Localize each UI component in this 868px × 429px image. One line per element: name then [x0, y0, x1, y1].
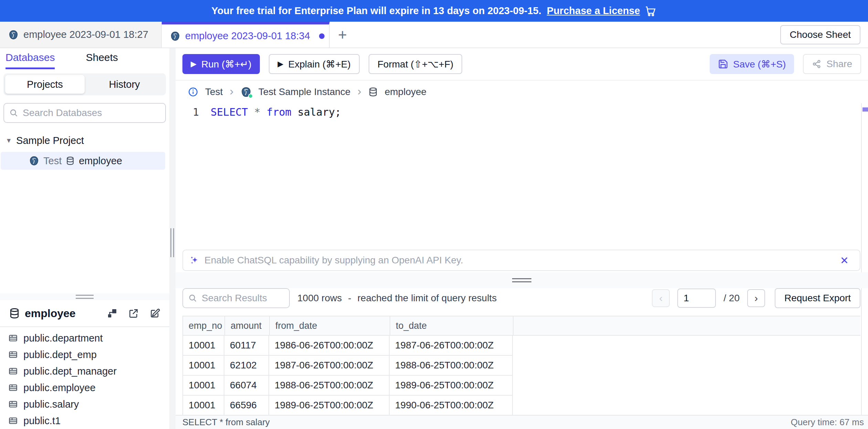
- instance-status: [241, 86, 252, 97]
- close-icon[interactable]: ✕: [835, 254, 854, 266]
- sheet-tab-2-active[interactable]: employee 2023-09-01 18:34: [162, 22, 330, 48]
- results-toolbar: 1000 rows - reached the limit of query r…: [182, 288, 860, 308]
- explain-button-label: Explain (⌘+E): [288, 59, 350, 70]
- meta-separator: -: [348, 293, 351, 304]
- chevron-right-icon: ›: [357, 85, 361, 99]
- breadcrumb-environment[interactable]: Test: [205, 86, 223, 97]
- page-number-input[interactable]: [677, 289, 716, 308]
- share-button[interactable]: Share: [803, 54, 861, 74]
- table-cell[interactable]: 1989-06-25T00:00:00Z: [269, 396, 390, 416]
- explain-button[interactable]: ▶ Explain (⌘+E): [269, 54, 360, 74]
- sidebar-nav-tabs: Databases Sheets: [0, 48, 169, 69]
- table-icon: [8, 416, 18, 426]
- table-cell[interactable]: 1988-06-25T00:00:00Z: [269, 376, 390, 396]
- table-icon: [8, 366, 18, 376]
- table-cell[interactable]: 10001: [182, 356, 224, 376]
- previous-page-button[interactable]: ‹: [652, 289, 670, 307]
- table-row[interactable]: 10001 62102 1987-06-26T00:00:00Z 1988-06…: [182, 356, 860, 376]
- table-cell[interactable]: 66074: [224, 376, 269, 396]
- limit-note: reached the limit of query results: [358, 293, 497, 304]
- table-cell[interactable]: 10001: [182, 396, 224, 416]
- segment-projects[interactable]: Projects: [5, 75, 85, 94]
- table-row[interactable]: 10001 66596 1989-06-25T00:00:00Z 1990-06…: [182, 396, 860, 416]
- column-header[interactable]: emp_no: [183, 316, 225, 335]
- request-export-button[interactable]: Request Export: [775, 288, 860, 308]
- sheet-tab-1[interactable]: employee 2023-09-01 18:27: [0, 22, 162, 48]
- projects-history-switch: Projects History: [3, 73, 166, 95]
- schema-panel-title: employee: [25, 307, 76, 320]
- play-icon: ▶: [191, 60, 197, 69]
- new-tab-button[interactable]: +: [330, 22, 355, 48]
- tab-sheets[interactable]: Sheets: [86, 52, 118, 69]
- schema-table-item[interactable]: public.t1: [0, 412, 169, 429]
- database-name: employee: [79, 155, 122, 167]
- table-row[interactable]: 10001 60117 1986-06-26T00:00:00Z 1987-06…: [182, 336, 860, 356]
- postgres-icon: [29, 156, 39, 166]
- editor-line-1[interactable]: 1 SELECT * from salary;: [176, 103, 861, 121]
- choose-sheet-button[interactable]: Choose Sheet: [780, 25, 860, 44]
- run-button-label: Run (⌘+↵): [201, 59, 252, 70]
- results-search[interactable]: [182, 288, 290, 308]
- splitter-handle-icon: [170, 228, 174, 257]
- external-link-icon[interactable]: [128, 308, 139, 319]
- sql-code: SELECT * from salary;: [211, 106, 341, 118]
- sidebar-splitter[interactable]: [169, 48, 176, 429]
- project-tree: ▾ Sample Project Test employee: [0, 133, 169, 170]
- editor-scrollbar[interactable]: [861, 103, 868, 415]
- table-cell[interactable]: 10001: [182, 376, 224, 396]
- info-icon[interactable]: [188, 87, 198, 97]
- schema-table-name: public.department: [23, 333, 103, 344]
- table-cell[interactable]: 1986-06-26T00:00:00Z: [269, 336, 390, 356]
- schema-table-item[interactable]: public.department: [0, 330, 169, 346]
- results-splitter[interactable]: [176, 272, 868, 288]
- trial-banner-text: Your free trial for Enterprise Plan will…: [211, 5, 541, 17]
- table-cell[interactable]: 60117: [224, 336, 269, 356]
- save-button[interactable]: Save (⌘+S): [710, 54, 794, 74]
- sql-editor[interactable]: 1 SELECT * from salary;: [176, 103, 861, 250]
- column-header[interactable]: amount: [225, 316, 270, 335]
- database-search[interactable]: [3, 103, 166, 123]
- schema-table-item[interactable]: public.salary: [0, 396, 169, 412]
- table-cell[interactable]: 62102: [224, 356, 269, 376]
- format-button[interactable]: Format (⇧+⌥+F): [369, 54, 463, 74]
- chatsql-banner[interactable]: Enable ChatSQL capability by supplying a…: [182, 250, 860, 271]
- breadcrumb-instance[interactable]: Test Sample Instance: [258, 86, 351, 97]
- results-meta: 1000 rows - reached the limit of query r…: [297, 293, 497, 304]
- tree-project-row[interactable]: ▾ Sample Project: [0, 133, 169, 148]
- tab-databases[interactable]: Databases: [6, 52, 55, 69]
- schema-panel-resize-handle[interactable]: [0, 293, 169, 300]
- format-button-label: Format (⇧+⌥+F): [378, 59, 454, 70]
- schema-table-item[interactable]: public.employee: [0, 379, 169, 396]
- edit-icon[interactable]: [149, 308, 160, 319]
- table-cell[interactable]: 66596: [224, 396, 269, 416]
- sparkle-icon: [189, 255, 200, 265]
- schema-table-item[interactable]: public.dept_emp: [0, 346, 169, 363]
- share-icon: [812, 59, 822, 69]
- breadcrumb-database[interactable]: employee: [385, 86, 426, 97]
- results-table-body: 10001 60117 1986-06-26T00:00:00Z 1987-06…: [182, 336, 860, 416]
- tree-database-item-selected[interactable]: Test employee: [1, 152, 165, 170]
- table-cell[interactable]: 10001: [182, 336, 224, 356]
- executed-query-text: SELECT * from salary: [182, 417, 270, 428]
- table-cell[interactable]: 1987-06-26T00:00:00Z: [269, 356, 390, 376]
- sql-editor-app: Your free trial for Enterprise Plan will…: [0, 0, 868, 429]
- purchase-license-link[interactable]: Purchase a License: [547, 5, 640, 17]
- results-search-input[interactable]: [202, 293, 284, 304]
- column-header[interactable]: from_date: [270, 316, 390, 335]
- table-icon: [8, 333, 18, 343]
- play-icon: ▶: [278, 60, 284, 69]
- table-cell[interactable]: 1987-06-26T00:00:00Z: [390, 336, 513, 356]
- table-cell[interactable]: 1988-06-25T00:00:00Z: [390, 356, 513, 376]
- sql-keyword: SELECT: [211, 106, 248, 118]
- table-cell[interactable]: 1990-06-25T00:00:00Z: [390, 396, 513, 416]
- table-row[interactable]: 10001 66074 1988-06-25T00:00:00Z 1989-06…: [182, 376, 860, 396]
- table-icon: [8, 399, 18, 409]
- column-header[interactable]: to_date: [390, 316, 514, 335]
- next-page-button[interactable]: ›: [747, 289, 765, 307]
- run-button[interactable]: ▶ Run (⌘+↵): [182, 54, 260, 74]
- segment-history[interactable]: History: [85, 75, 164, 94]
- table-cell[interactable]: 1989-06-25T00:00:00Z: [390, 376, 513, 396]
- schema-table-item[interactable]: public.dept_manager: [0, 363, 169, 379]
- database-search-input[interactable]: [23, 107, 160, 118]
- schema-diagram-icon[interactable]: [107, 308, 118, 319]
